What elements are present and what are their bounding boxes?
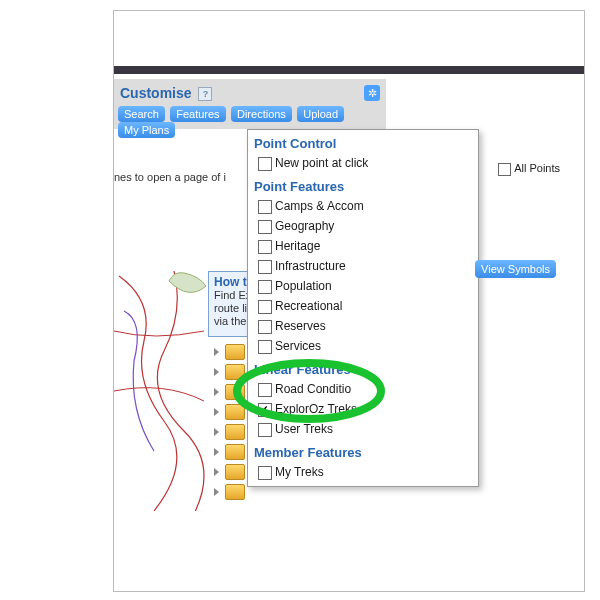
toolbar-title: Customise ? xyxy=(120,85,212,101)
chevron-right-icon xyxy=(214,388,219,396)
checkbox-icon xyxy=(258,157,272,171)
section-point-features: Point Features xyxy=(248,173,478,196)
tree-item[interactable] xyxy=(214,441,245,461)
option-camps-accom[interactable]: Camps & Accom xyxy=(248,196,478,216)
tree-item[interactable] xyxy=(214,341,245,361)
folder-tree xyxy=(214,341,245,501)
chevron-right-icon xyxy=(214,468,219,476)
tab-search[interactable]: Search xyxy=(118,106,165,122)
chevron-right-icon xyxy=(214,488,219,496)
features-dropdown-panel: All Points View Symbols Point Control Ne… xyxy=(247,129,479,487)
tree-item[interactable] xyxy=(214,481,245,501)
tree-item[interactable] xyxy=(214,461,245,481)
gear-icon[interactable]: ✲ xyxy=(364,85,380,101)
option-my-treks[interactable]: My Treks xyxy=(248,462,478,482)
svg-rect-0 xyxy=(114,271,208,511)
chevron-right-icon xyxy=(214,428,219,436)
chevron-right-icon xyxy=(214,448,219,456)
tab-my-plans[interactable]: My Plans xyxy=(118,122,175,138)
view-symbols-button[interactable]: View Symbols xyxy=(475,260,556,278)
checkbox-checked-icon xyxy=(258,403,272,417)
tree-item[interactable] xyxy=(214,381,245,401)
checkbox-icon xyxy=(258,220,272,234)
option-reserves[interactable]: Reserves xyxy=(248,316,478,336)
section-point-control: Point Control xyxy=(248,130,478,153)
checkbox-icon xyxy=(258,423,272,437)
section-member-features: Member Features xyxy=(248,439,478,462)
folder-icon xyxy=(225,484,245,500)
checkbox-icon xyxy=(258,260,272,274)
app-frame: Customise ? ✲ Search Features Directions… xyxy=(113,10,585,592)
toolbar-title-text: Customise xyxy=(120,85,192,101)
checkbox-icon xyxy=(498,163,511,176)
option-heritage[interactable]: Heritage xyxy=(248,236,478,256)
chevron-right-icon xyxy=(214,368,219,376)
checkbox-icon xyxy=(258,320,272,334)
option-user-treks[interactable]: User Treks xyxy=(248,419,478,439)
folder-icon xyxy=(225,364,245,380)
option-infrastructure[interactable]: Infrastructure xyxy=(248,256,478,276)
folder-icon xyxy=(225,424,245,440)
tab-directions[interactable]: Directions xyxy=(231,106,292,122)
option-population[interactable]: Population xyxy=(248,276,478,296)
folder-icon xyxy=(225,404,245,420)
option-recreational[interactable]: Recreational xyxy=(248,296,478,316)
folder-icon xyxy=(225,384,245,400)
option-road-conditions[interactable]: Road Conditio xyxy=(248,379,478,399)
checkbox-icon xyxy=(258,240,272,254)
tree-item[interactable] xyxy=(214,421,245,441)
folder-icon xyxy=(225,344,245,360)
folder-icon xyxy=(225,444,245,460)
folder-icon xyxy=(225,464,245,480)
option-exploroz-treks[interactable]: ExplorOz Treks xyxy=(248,399,478,419)
checkbox-icon xyxy=(258,280,272,294)
all-points-toggle[interactable]: All Points xyxy=(498,162,560,176)
chevron-right-icon xyxy=(214,408,219,416)
all-points-label: All Points xyxy=(514,162,560,174)
window-titlebar xyxy=(114,66,584,74)
help-icon[interactable]: ? xyxy=(198,87,212,101)
checkbox-icon xyxy=(258,340,272,354)
checkbox-icon xyxy=(258,300,272,314)
tab-upload[interactable]: Upload xyxy=(297,106,344,122)
option-services[interactable]: Services xyxy=(248,336,478,356)
option-geography[interactable]: Geography xyxy=(248,216,478,236)
section-linear-features: Linear Features xyxy=(248,356,478,379)
chevron-right-icon xyxy=(214,348,219,356)
checkbox-icon xyxy=(258,200,272,214)
option-new-point-at-click[interactable]: New point at click xyxy=(248,153,478,173)
checkbox-icon xyxy=(258,383,272,397)
tree-item[interactable] xyxy=(214,361,245,381)
map-thumbnail[interactable] xyxy=(114,271,208,511)
tree-item[interactable] xyxy=(214,401,245,421)
tab-features[interactable]: Features xyxy=(170,106,225,122)
customise-toolbar: Customise ? ✲ Search Features Directions… xyxy=(114,79,386,129)
checkbox-icon xyxy=(258,466,272,480)
